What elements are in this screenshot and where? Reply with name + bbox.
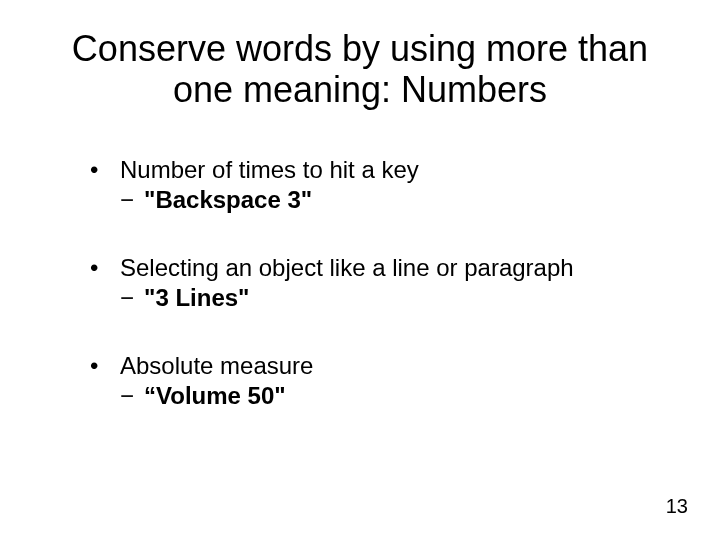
bullet-icon: • <box>90 156 120 184</box>
slide-title: Conserve words by using more than one me… <box>60 28 660 111</box>
sub-bullet-text: "Backspace 3" <box>144 186 312 214</box>
bullet-icon: • <box>90 352 120 380</box>
bullet-text: Selecting an object like a line or parag… <box>120 254 574 282</box>
bullet-text: Absolute measure <box>120 352 313 380</box>
list-item: • Number of times to hit a key − "Backsp… <box>90 156 660 214</box>
page-number: 13 <box>666 495 688 518</box>
dash-icon: − <box>120 382 144 410</box>
bullet-list: • Number of times to hit a key − "Backsp… <box>90 156 660 410</box>
sub-bullet-text: "3 Lines" <box>144 284 249 312</box>
bullet-icon: • <box>90 254 120 282</box>
bullet-text: Number of times to hit a key <box>120 156 419 184</box>
list-item: • Absolute measure − “Volume 50" <box>90 352 660 410</box>
slide: Conserve words by using more than one me… <box>0 0 720 540</box>
dash-icon: − <box>120 186 144 214</box>
sub-bullet-text: “Volume 50" <box>144 382 286 410</box>
list-item: • Selecting an object like a line or par… <box>90 254 660 312</box>
dash-icon: − <box>120 284 144 312</box>
